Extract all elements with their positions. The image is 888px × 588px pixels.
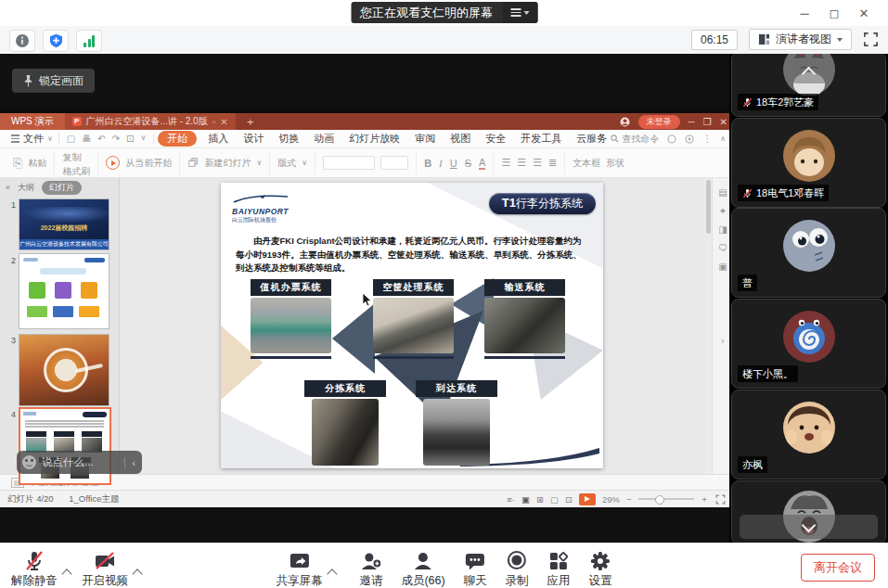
video-options-chevron[interactable] [132,569,142,579]
font-name-select[interactable] [323,156,375,170]
slideshow-small-icon[interactable]: ⊡ [565,494,573,505]
apps-button[interactable]: 应用 [547,550,571,588]
find-command-box[interactable]: 查找命令 [611,133,659,146]
minimize-button[interactable]: ─ [790,6,819,20]
layout-button[interactable]: 版式∨ [270,151,315,175]
participant-tile-6[interactable] [731,480,886,543]
wps-minimize-button[interactable]: ─ [689,117,695,127]
notes-toggle-icon[interactable]: ≡· [507,494,515,505]
tab-slides[interactable]: 幻灯片 [42,181,82,195]
align-right-icon[interactable]: ☰ [533,157,542,169]
current-slide[interactable]: BAIYUNPORT 白云国际机场股份 T1行李分拣系统 由丹麦FKI Cris… [221,183,603,468]
align-left-icon[interactable]: ☰ [501,157,510,169]
share-screen-button[interactable]: 共享屏幕 [276,550,322,588]
align-center-icon[interactable]: ☰ [517,157,526,169]
zoom-in-button[interactable]: ＋ [701,493,710,505]
tab-devtools[interactable]: 开发工具 [513,132,569,146]
slideshow-play-button[interactable] [579,493,596,505]
login-button[interactable]: 未登录 [638,115,680,129]
canvas-scrollbar[interactable] [704,178,712,474]
tab-slideshow[interactable]: 幻灯片放映 [341,132,407,146]
bold-button[interactable]: B [424,158,431,169]
new-tab-button[interactable]: ＋ [236,114,265,130]
tab-view[interactable]: 视图 [443,132,478,146]
view-mode-selector[interactable]: 演讲者视图 [749,29,852,50]
wps-document-tab[interactable]: P 广州白云空港设备...讲 - 2.0版 ▫ ✕ [65,113,236,130]
comments-pane-icon[interactable]: 🗨 [718,243,727,253]
selection-pane-icon[interactable]: ▣ [718,262,727,272]
share-doc-icon[interactable] [685,134,694,144]
textbox-button[interactable]: 文本框 [573,157,600,170]
collapse-ribbon-icon[interactable]: ∧ [720,134,726,143]
properties-icon[interactable]: ▤ [718,187,727,198]
format-painter-button[interactable]: 格式刷 [62,165,90,178]
share-options-chevron[interactable] [327,569,337,579]
paste-button[interactable]: ⎘粘贴 [6,151,55,175]
thumbnail-slide-1[interactable]: 2022届校园招聘 广州白云空港设备技术发展有限公司 [19,198,109,250]
zoom-slider[interactable] [638,498,694,500]
participant-tile-2[interactable]: 18电气1邓春晖 [731,118,886,208]
scroll-down-button[interactable] [740,515,878,539]
mic-options-chevron[interactable] [61,569,71,579]
wps-restore-button[interactable]: ❐ [703,117,712,127]
transition-pane-icon[interactable]: ◨ [718,224,727,235]
security-shield-button[interactable] [43,30,69,52]
meeting-info-button[interactable] [9,30,35,52]
settings-button[interactable]: 设置 [589,550,612,588]
leave-meeting-button[interactable]: 离开会议 [801,554,875,582]
close-button[interactable]: ✕ [849,6,879,20]
start-video-button[interactable]: 开启视频 [82,550,128,588]
zoom-out-button[interactable]: − [626,494,632,505]
participant-tile-4[interactable]: 楼下小黑。 [731,299,886,389]
normal-view-icon[interactable]: ▣ [521,494,530,505]
participant-tile-3[interactable]: 普 [731,208,886,298]
copy-button[interactable]: 复制 [62,151,81,164]
italic-button[interactable]: I [439,158,443,169]
more-menu-icon[interactable]: ⋮ [702,134,712,144]
fit-slide-icon[interactable] [715,494,726,505]
font-color-button[interactable]: A [479,157,485,170]
tab-home[interactable]: 开始 [158,131,197,147]
slide-canvas[interactable]: BAIYUNPORT 白云国际机场股份 T1行李分拣系统 由丹麦FKI Cris… [120,178,704,474]
members-button[interactable]: 成员(66) [401,550,444,588]
file-menu[interactable]: 文件 ∨ [6,132,59,146]
font-size-select[interactable] [380,156,408,170]
underline-button[interactable]: U [450,158,457,169]
quick-access-toolbar[interactable]: ▢🖶↶↷⊡∨ [59,134,154,144]
shape-button[interactable]: 形状 [606,157,624,170]
tab-pin-icon[interactable]: ▫ [212,117,216,127]
tab-outline[interactable]: 大纲 [18,182,34,194]
slide-sorter-icon[interactable]: ⊞ [536,494,544,505]
new-slide-button[interactable]: 🗇新建幻灯片∨ [180,151,270,175]
play-from-current-button[interactable]: 从当前开始 [98,151,180,175]
chat-collapse-icon[interactable]: ‹ [124,457,142,468]
chat-button[interactable]: 聊天 [464,550,487,588]
comment-icon[interactable] [667,134,676,144]
thumbnail-slide-2[interactable] [19,253,109,329]
invite-button[interactable]: 邀请 [359,550,382,588]
tab-security[interactable]: 安全 [478,132,513,146]
pin-view-button[interactable]: 锁定画面 [12,69,95,93]
scroll-up-button[interactable] [791,59,827,83]
tab-design[interactable]: 设计 [236,132,271,146]
line-spacing-icon[interactable]: ≣ [548,157,557,169]
tab-close-icon[interactable]: ✕ [220,117,227,127]
tab-cloud[interactable]: 云服务 [569,132,614,146]
maximize-button[interactable]: ◻ [819,6,849,20]
animation-pane-icon[interactable]: ✦ [719,206,727,216]
banner-menu-button[interactable] [502,2,537,23]
tab-transition[interactable]: 切换 [271,132,306,146]
emoji-icon[interactable] [22,455,36,469]
wps-close-button[interactable]: ✕ [720,117,727,127]
tab-insert[interactable]: 插入 [200,132,236,146]
tab-animation[interactable]: 动画 [306,132,341,146]
fullscreen-button[interactable] [863,32,879,47]
record-button[interactable]: 录制 [506,550,529,588]
unmute-button[interactable]: 解除静音 [11,550,58,588]
collapse-panel-icon[interactable]: « [6,183,10,192]
expand-panel-icon[interactable]: › [721,336,724,346]
thumbnail-slide-3[interactable] [19,334,109,406]
tab-review[interactable]: 审阅 [407,132,443,146]
wps-app-tab[interactable]: WPS 演示 [0,113,65,130]
network-signal-button[interactable] [76,30,102,52]
